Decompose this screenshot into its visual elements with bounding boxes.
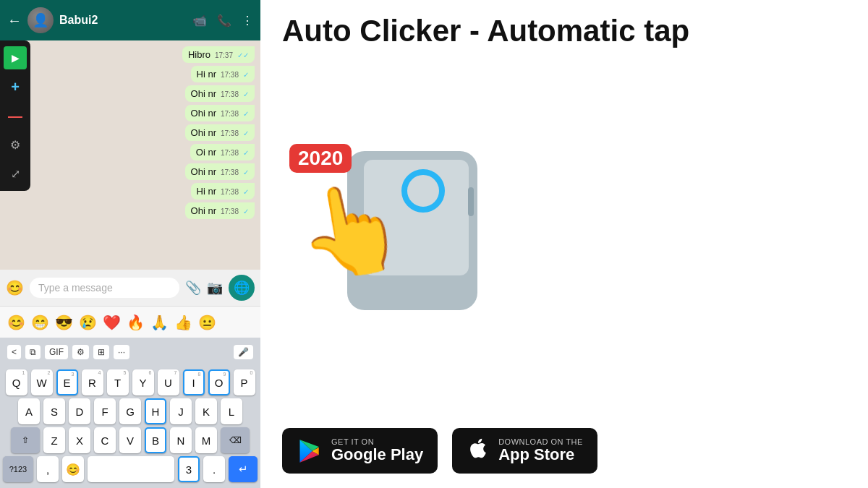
phone-side-button	[468, 187, 474, 216]
app-icon: 2020 👆	[282, 137, 485, 339]
key-3-circled[interactable]: 3	[178, 456, 200, 482]
message-4: Ohi nr 17:38 ✓	[185, 105, 255, 121]
emoji-suggestion[interactable]: 😢	[79, 314, 97, 331]
key-E[interactable]: 3E	[56, 369, 78, 395]
emoji-button[interactable]: 😊	[6, 279, 24, 296]
year-badge: 2020	[289, 144, 352, 173]
key-C[interactable]: C	[94, 427, 116, 453]
gif-key[interactable]: GIF	[45, 345, 68, 359]
google-play-button[interactable]: GET IT ON Google Play	[282, 428, 438, 474]
message-7: Ohi nr 17:38 ✓	[185, 163, 255, 180]
send-button[interactable]: 🌐	[229, 275, 255, 301]
read-ticks: ✓	[243, 71, 249, 79]
emoji-suggestion[interactable]: 😊	[7, 314, 25, 331]
key-enter[interactable]: ↵	[229, 456, 258, 482]
message-9: Ohi nr 17:38 ✓	[185, 202, 255, 219]
key-backspace[interactable]: ⌫	[221, 427, 250, 453]
message-text: Oi nr	[196, 147, 216, 158]
key-period[interactable]: .	[203, 456, 225, 482]
read-ticks: ✓	[243, 168, 249, 176]
key-emoji[interactable]: 😊	[62, 456, 84, 482]
key-H[interactable]: H	[145, 398, 166, 424]
contact-name[interactable]: Babui2	[59, 14, 187, 27]
key-P[interactable]: 0P	[234, 369, 255, 395]
whatsapp-panel: ← 👤 Babui2 📹 📞 ⋮ ▶ + — ⚙ ⤢ Hibro 17:37 ✓…	[0, 0, 260, 488]
mic-key[interactable]: 🎤	[234, 345, 253, 359]
video-call-icon[interactable]: 📹	[192, 14, 207, 27]
emoji-suggestion[interactable]: ❤️	[103, 314, 121, 331]
key-S[interactable]: S	[43, 398, 65, 424]
header-icons: 📹 📞 ⋮	[192, 14, 253, 27]
key-space[interactable]	[88, 456, 174, 482]
more-key[interactable]: ···	[114, 345, 129, 359]
messages-area: Hibro 17:37 ✓✓ Hi nr 17:38 ✓ Ohi nr 17:3…	[0, 40, 260, 270]
key-M[interactable]: M	[195, 427, 217, 453]
key-shift[interactable]: ⇧	[11, 427, 40, 453]
emoji-suggestion[interactable]: 🔥	[127, 314, 145, 331]
emoji-suggestion[interactable]: 😎	[55, 314, 73, 331]
key-K[interactable]: K	[195, 398, 217, 424]
message-time: 17:38	[221, 71, 239, 79]
read-ticks: ✓	[243, 110, 249, 118]
key-O[interactable]: 9O	[208, 369, 230, 395]
google-play-text: GET IT ON Google Play	[331, 437, 423, 463]
keyboard-row-bottom: ?123 , 😊 3 . ↵	[1, 456, 259, 482]
plus-button[interactable]: +	[4, 75, 27, 98]
move-button[interactable]: ⤢	[4, 162, 27, 185]
key-F[interactable]: F	[94, 398, 116, 424]
camera-button[interactable]: 📷	[207, 280, 223, 296]
message-1: Hibro 17:37 ✓✓	[182, 46, 255, 63]
emoji-suggestion[interactable]: 👍	[174, 314, 192, 331]
message-3: Ohi nr 17:38 ✓	[185, 85, 255, 102]
message-time: 17:38	[221, 90, 239, 98]
key-Q[interactable]: 1Q	[6, 369, 27, 395]
app-store-large-text: App Store	[498, 446, 583, 463]
floating-toolbar: ▶ + — ⚙ ⤢	[0, 40, 30, 191]
translate-key[interactable]: ⊞	[93, 345, 109, 359]
message-text: Ohi nr	[191, 205, 216, 216]
key-R[interactable]: 4R	[82, 369, 103, 395]
more-options-icon[interactable]: ⋮	[242, 14, 253, 27]
message-input[interactable]: Type a message	[30, 278, 179, 298]
attach-button[interactable]: 📎	[185, 280, 201, 296]
keyboard-row-3: ⇧ Z X C V B N M ⌫	[1, 427, 259, 453]
emoji-suggestion-row: 😊 😁 😎 😢 ❤️ 🔥 🙏 👍 😐	[0, 306, 260, 338]
key-G[interactable]: G	[119, 398, 141, 424]
key-comma[interactable]: ,	[37, 456, 59, 482]
settings-key[interactable]: ⚙	[72, 345, 89, 359]
settings-button[interactable]: ⚙	[4, 133, 27, 156]
key-T[interactable]: 5T	[107, 369, 129, 395]
key-W[interactable]: 2W	[31, 369, 53, 395]
key-Z[interactable]: Z	[43, 427, 65, 453]
key-A[interactable]: A	[18, 398, 40, 424]
key-D[interactable]: D	[69, 398, 90, 424]
emoji-suggestion[interactable]: 😁	[31, 314, 49, 331]
key-Y[interactable]: 6Y	[132, 369, 154, 395]
app-store-button[interactable]: Download on the App Store	[452, 428, 597, 474]
key-X[interactable]: X	[69, 427, 90, 453]
key-I[interactable]: 8I	[183, 369, 205, 395]
message-text: Ohi nr	[191, 127, 216, 138]
key-N[interactable]: N	[170, 427, 192, 453]
emoji-suggestion[interactable]: 🙏	[150, 314, 169, 331]
key-U[interactable]: 7U	[158, 369, 179, 395]
content-area: 2020 👆	[282, 55, 846, 421]
message-text: Ohi nr	[191, 88, 216, 99]
clipboard-key[interactable]: ⧉	[25, 345, 41, 359]
key-J[interactable]: J	[170, 398, 192, 424]
message-time: 17:37	[215, 51, 233, 59]
key-B[interactable]: B	[145, 427, 166, 453]
minus-button[interactable]: —	[4, 104, 27, 127]
tap-circle	[401, 169, 445, 213]
message-6: Oi nr 17:38 ✓	[190, 144, 255, 160]
key-numbers[interactable]: ?123	[3, 456, 33, 482]
play-button[interactable]: ▶	[4, 46, 27, 69]
hand-pointer-icon: 👆	[289, 171, 413, 291]
keyboard-back[interactable]: <	[7, 345, 21, 359]
message-text: Ohi nr	[191, 108, 216, 119]
back-button[interactable]: ←	[7, 12, 22, 29]
call-icon[interactable]: 📞	[217, 14, 231, 27]
key-L[interactable]: L	[221, 398, 242, 424]
key-V[interactable]: V	[119, 427, 141, 453]
emoji-suggestion[interactable]: 😐	[198, 314, 216, 331]
